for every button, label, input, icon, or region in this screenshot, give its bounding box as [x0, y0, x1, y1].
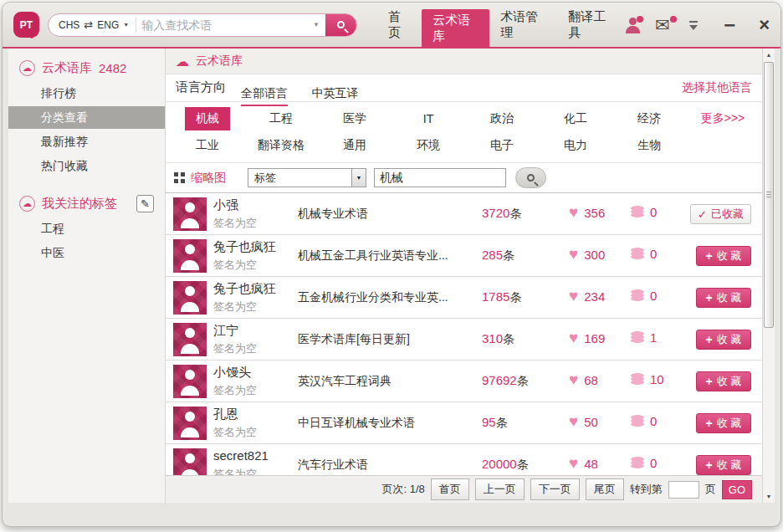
messages-icon[interactable]: [655, 17, 677, 33]
go-button[interactable]: GO: [722, 480, 752, 499]
term-count: 3720条: [482, 206, 521, 222]
glossary-title[interactable]: 汽车行业术语: [298, 458, 472, 473]
collect-button[interactable]: 收 藏: [696, 371, 751, 391]
category-button[interactable]: 工程: [269, 111, 293, 126]
list-toolbar: 缩略图 标签: [166, 163, 762, 193]
glossary-title[interactable]: 医学术语库[每日更新]: [298, 332, 472, 347]
comments: 0: [631, 289, 657, 303]
category-button[interactable]: 工业: [196, 138, 219, 153]
user-signature: 签名为空: [213, 341, 257, 356]
collect-button-label: 收 藏: [717, 290, 742, 305]
term-search-bar: CHS ENG ▼ ▼: [48, 13, 357, 37]
user-signature: 签名为空: [213, 258, 257, 273]
collect-button[interactable]: 收 藏: [696, 330, 751, 350]
sidebar-tag-items: 工程 中医: [8, 217, 165, 264]
category-button[interactable]: 翻译资格: [258, 138, 304, 153]
thumbnail-view-toggle[interactable]: 缩略图: [191, 171, 226, 186]
list-search-button[interactable]: [515, 167, 546, 188]
sidebar-item[interactable]: 热门收藏: [8, 155, 165, 177]
glossary-title[interactable]: 机械五金工具行业英语专业...: [298, 248, 472, 263]
user-name: 小强: [213, 197, 238, 213]
thumbnail-grid-icon: [174, 172, 185, 183]
scrollbar-thumb[interactable]: [764, 62, 774, 328]
keyword-input[interactable]: [374, 168, 506, 187]
scroll-down-arrow[interactable]: [763, 490, 775, 503]
term-search-button[interactable]: [325, 13, 356, 37]
vertical-scrollbar[interactable]: [762, 49, 775, 503]
first-page-button[interactable]: 首页: [431, 478, 469, 500]
category-button[interactable]: 通用: [343, 138, 366, 153]
category-button[interactable]: 环境: [417, 138, 440, 153]
prev-page-button[interactable]: 上一页: [475, 478, 525, 500]
select-other-language-link[interactable]: 选择其他语言: [682, 80, 752, 101]
category-cell: 机械: [171, 105, 244, 132]
category-button[interactable]: 生物: [637, 138, 661, 153]
category-button[interactable]: 化工: [564, 111, 587, 126]
category-button[interactable]: 政治: [490, 111, 514, 126]
collect-button[interactable]: 收 藏: [696, 455, 751, 475]
avatar[interactable]: [173, 239, 207, 273]
next-page-button[interactable]: 下一页: [530, 478, 580, 500]
category-button[interactable]: 电子: [490, 138, 514, 153]
nav-item[interactable]: 术语管理: [489, 9, 557, 41]
avatar[interactable]: [173, 365, 207, 398]
glossary-title[interactable]: 机械专业术语: [298, 207, 472, 222]
scroll-up-arrow[interactable]: [763, 49, 775, 61]
glossary-title[interactable]: 英汉汽车工程词典: [298, 374, 472, 389]
category-button[interactable]: 经济: [637, 111, 661, 126]
sidebar-item[interactable]: 最新推荐: [8, 130, 165, 153]
collect-button[interactable]: 收 藏: [696, 246, 751, 266]
glossary-title[interactable]: 中日互译机械专业术语: [298, 416, 472, 431]
category-button[interactable]: 电力: [564, 138, 587, 153]
heart-icon: [569, 288, 578, 304]
close-button[interactable]: ×: [759, 14, 770, 36]
category-button[interactable]: IT: [423, 112, 433, 125]
avatar[interactable]: [173, 197, 207, 231]
chevron-down-icon[interactable]: ▼: [123, 22, 129, 28]
user-account-icon[interactable]: [625, 17, 643, 33]
nav-item[interactable]: 翻译工具: [557, 9, 625, 41]
collect-button[interactable]: 收 藏: [696, 413, 751, 433]
filter-selected-value: 标签: [248, 171, 351, 186]
table-row: 兔子也疯狂 签名为空 五金机械行业分类和专业英... 1785条 234 0: [166, 277, 762, 319]
category-cell: 环境: [392, 132, 465, 159]
sidebar-section-library[interactable]: 云术语库 2482: [8, 55, 165, 80]
history-dropdown-icon[interactable]: ▼: [307, 21, 325, 28]
language-pair-selector[interactable]: CHS ENG ▼: [49, 18, 136, 31]
avatar[interactable]: [173, 407, 207, 440]
collect-button-label: 收 藏: [717, 458, 742, 473]
database-icon: [631, 206, 644, 218]
nav-item[interactable]: 首页: [377, 9, 422, 41]
avatar[interactable]: [173, 323, 207, 356]
collect-button[interactable]: 收 藏: [696, 288, 751, 308]
app-body: 云术语库 2482 排行榜 分类查看 最新推荐 热门收藏 我关注的标签: [8, 49, 775, 503]
collect-button[interactable]: 已收藏: [690, 204, 751, 224]
nav-item[interactable]: 云术语库: [422, 9, 489, 47]
more-categories-link[interactable]: 更多>>>: [686, 105, 760, 132]
term-count-number: 1785: [482, 289, 509, 304]
category-cell: 通用: [318, 132, 392, 159]
collect-button-label: 收 藏: [717, 332, 742, 347]
filter-type-select[interactable]: 标签: [248, 168, 366, 187]
sidebar-item[interactable]: 分类查看: [8, 106, 165, 129]
goto-page-input[interactable]: [668, 481, 699, 499]
sidebar-tag-item[interactable]: 中医: [8, 242, 165, 264]
page-title: 云术语库: [196, 54, 243, 69]
category-button[interactable]: 医学: [343, 111, 366, 126]
likes: 68: [569, 371, 598, 388]
select-dropdown-icon[interactable]: [351, 169, 366, 187]
last-page-button[interactable]: 尾页: [586, 478, 624, 500]
menu-dropdown-icon[interactable]: [688, 20, 699, 30]
category-button[interactable]: 机械: [185, 107, 230, 130]
edit-tags-button[interactable]: [136, 195, 154, 212]
avatar[interactable]: [173, 281, 207, 315]
sidebar-item[interactable]: 排行榜: [8, 82, 165, 105]
sidebar-tag-item[interactable]: 工程: [8, 217, 165, 240]
swap-languages-icon[interactable]: [84, 18, 93, 31]
term-search-input[interactable]: [136, 18, 307, 32]
lang-to: ENG: [97, 19, 119, 31]
page-index-label: 页次: 1/8: [381, 482, 424, 497]
sidebar-section-tags[interactable]: 我关注的标签: [8, 191, 165, 216]
minimize-button[interactable]: −: [724, 18, 735, 33]
glossary-title[interactable]: 五金机械行业分类和专业英...: [298, 290, 472, 305]
